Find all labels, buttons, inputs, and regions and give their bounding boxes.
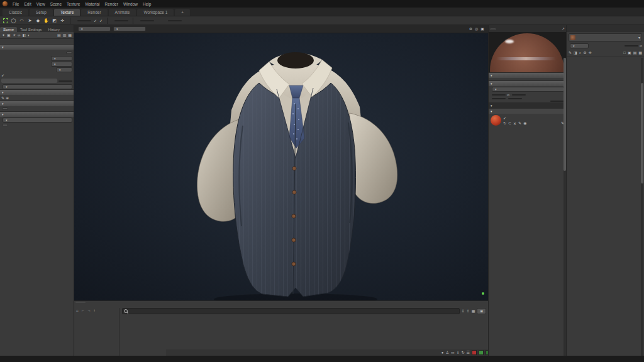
opacity-link-icon[interactable]: ∞ <box>640 44 642 48</box>
new-layer-icon[interactable]: □ <box>623 51 626 55</box>
menu-scene[interactable]: Scene <box>50 2 62 6</box>
layer-settings-tab[interactable] <box>490 28 496 30</box>
panel-tab-scene[interactable]: Scene <box>0 27 17 32</box>
menu-render[interactable]: Render <box>105 2 118 6</box>
import-icon[interactable]: ⇩ <box>462 309 465 313</box>
menu-material[interactable]: Material <box>85 2 99 6</box>
menu-window[interactable]: Window <box>123 2 138 6</box>
ellipse-select-icon[interactable]: ◯ <box>11 18 16 23</box>
add-material-icon[interactable]: ⊕ <box>6 96 9 100</box>
material-properties-header[interactable] <box>489 102 566 108</box>
projection-method-select[interactable] <box>492 87 564 92</box>
library-tab[interactable] <box>75 302 86 303</box>
up-icon[interactable]: ↑ <box>94 309 96 312</box>
pan-hand-icon[interactable]: ✋ <box>43 18 49 23</box>
menu-texture[interactable]: Texture <box>67 2 80 6</box>
anti-aliased-checkbox[interactable] <box>99 18 103 23</box>
lasso-select-icon[interactable]: ◠ <box>19 18 25 23</box>
panel-tab-tool-settings[interactable]: Tool Settings <box>17 27 45 32</box>
edit-material-icon[interactable]: ✎ <box>518 121 521 126</box>
workspace-tab-texture[interactable]: Texture <box>54 9 80 16</box>
offset-v-value[interactable] <box>508 98 522 99</box>
isolation-value[interactable] <box>168 20 182 21</box>
workspace-tab-workspace-1[interactable]: Workspace 1 <box>137 9 174 16</box>
link-icon[interactable]: ∞ <box>18 33 20 37</box>
workspace-tab-classic[interactable]: Classic <box>3 9 28 16</box>
feather-value[interactable] <box>77 20 91 21</box>
layers-scrollbar[interactable] <box>641 58 643 356</box>
projection-header[interactable] <box>489 80 566 86</box>
viewport-shadowing-checkbox[interactable] <box>94 18 97 23</box>
export-icon[interactable]: ⇧ <box>467 309 470 313</box>
forward-icon[interactable]: → <box>87 309 91 312</box>
menu-file[interactable]: File <box>13 2 19 6</box>
sphere-preview-icon[interactable]: ● <box>441 351 444 354</box>
list-view-icon[interactable]: ☰ <box>467 351 470 354</box>
opacity-value[interactable] <box>625 45 638 47</box>
material-preview[interactable] <box>489 32 566 72</box>
transform-icon[interactable]: ✛ <box>589 51 592 55</box>
refresh-icon[interactable]: ↻ <box>462 351 465 354</box>
polygon-select-icon[interactable]: ➤ <box>27 18 33 23</box>
library-search-input[interactable] <box>122 308 460 314</box>
add-camera-icon[interactable]: ▣ <box>7 33 11 37</box>
offset-u-value[interactable] <box>492 98 506 99</box>
reload-material-icon[interactable]: ↻ <box>503 121 506 126</box>
adjustment-icon[interactable]: ◐ <box>579 51 582 55</box>
viewport-pin-icon[interactable]: ▣ <box>480 27 484 31</box>
pick-material-icon[interactable]: ✎ <box>1 96 4 100</box>
uv-padding-slider[interactable] <box>1 79 57 83</box>
library-view-button[interactable]: ⊞ <box>477 308 486 314</box>
brush-icon[interactable]: ✎ <box>569 51 572 55</box>
delete-icon[interactable]: ▦ <box>68 33 72 37</box>
viewport-quality-select[interactable] <box>56 67 72 72</box>
tiling-v-value[interactable] <box>512 94 526 96</box>
clear-material-icon[interactable]: ✕ <box>513 121 516 126</box>
menu-help[interactable]: Help <box>143 2 151 6</box>
tag-swatch-green[interactable] <box>479 350 484 355</box>
project-settings-header[interactable] <box>0 44 74 50</box>
viewport-target-icon[interactable]: ◎ <box>475 27 478 31</box>
new-mask-icon[interactable]: ▣ <box>628 51 631 55</box>
material-reference-header[interactable] <box>489 108 566 114</box>
tag-swatch-red[interactable] <box>472 350 477 355</box>
menu-edit[interactable]: Edit <box>24 2 31 6</box>
mannequin-preview-icon[interactable]: ♙ <box>445 351 448 354</box>
add-light-icon[interactable]: ✦ <box>2 33 5 37</box>
camera-select[interactable] <box>78 26 111 31</box>
object-select-icon[interactable]: ◩ <box>52 18 57 23</box>
save-material-icon[interactable]: ◉ <box>523 121 526 126</box>
layer-settings-scrollbar[interactable] <box>564 58 566 356</box>
blending-select[interactable] <box>570 43 589 48</box>
back-icon[interactable]: ← <box>81 309 85 312</box>
copy-material-icon[interactable]: ⊂ <box>508 121 511 126</box>
scene-tree-item[interactable] <box>0 40 74 43</box>
backface-culling-value[interactable] <box>114 20 128 21</box>
resize-button[interactable] <box>66 52 72 54</box>
tangent-orientation-select[interactable] <box>3 84 72 89</box>
new-folder-icon[interactable]: ▥ <box>63 33 67 37</box>
viewport-settings-icon[interactable]: ⚙ <box>469 27 472 31</box>
workspace-tab-setup[interactable]: Setup <box>30 9 53 16</box>
quality-select[interactable] <box>113 26 146 31</box>
channel-select[interactable]: ▾ <box>569 33 642 41</box>
backface-falloff-value[interactable] <box>140 20 154 21</box>
download-icon[interactable]: ⇓ <box>457 351 460 354</box>
uv-padding-checkbox[interactable] <box>1 73 4 77</box>
uv-padding-value[interactable] <box>58 80 72 82</box>
popout-icon[interactable]: ↗ <box>562 27 565 31</box>
project-maps-header[interactable] <box>0 111 74 117</box>
workspace-tab-render[interactable]: Render <box>81 9 107 16</box>
active-maps-header[interactable] <box>489 72 566 78</box>
home-icon[interactable]: ⌂ <box>76 309 79 312</box>
tiling-u-value[interactable] <box>492 94 506 96</box>
viewport-resolution-select[interactable] <box>51 56 72 61</box>
new-group-icon[interactable]: ▤ <box>633 51 637 55</box>
viewport-3d[interactable]: ⚙ ◎ ▣ <box>74 25 488 300</box>
linked-materials-header[interactable] <box>0 89 74 95</box>
menu-view[interactable]: View <box>36 2 45 6</box>
add-workspace-tab[interactable]: + <box>175 9 190 16</box>
panel-tab-history[interactable]: History <box>45 27 63 32</box>
add-sky-icon[interactable]: ☀ <box>13 33 16 37</box>
rotation-value[interactable] <box>550 101 564 102</box>
